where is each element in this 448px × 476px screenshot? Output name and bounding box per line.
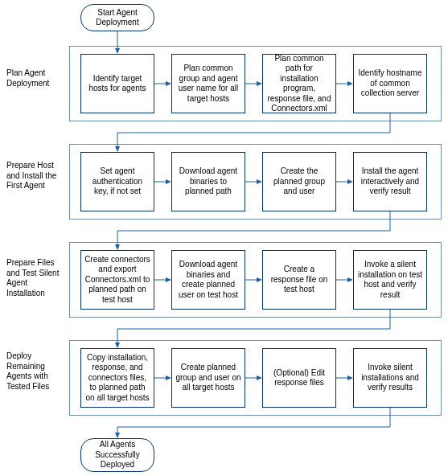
step-4-3: (Optional) Edit response files — [262, 348, 336, 408]
step-3-4: Invoke a silent installation on test hos… — [353, 250, 427, 310]
step-2-4: Install the agent interactively and veri… — [353, 152, 427, 211]
step-1-1: Identify target hosts for agents — [80, 54, 154, 113]
flowchart-diagram: Start Agent Deployment Plan Agent Deploy… — [6, 4, 442, 472]
start-label: Start Agent Deployment — [89, 8, 146, 28]
phase-label-3: Prepare Files and Test Silent Agent Inst… — [6, 258, 63, 298]
step-3-3: Create a response file on test host — [262, 250, 336, 310]
end-label: All Agents Successfully Deployed — [89, 440, 146, 470]
step-1-4: Identify hostname of common collection s… — [353, 54, 427, 113]
step-4-1: Copy installation, response, and connect… — [80, 348, 154, 408]
step-4-4: Invoke silent installations and verify r… — [353, 348, 427, 408]
step-1-2: Plan common group and agent user name fo… — [171, 54, 245, 113]
end-terminator: All Agents Successfully Deployed — [80, 438, 154, 472]
phase-label-1: Plan Agent Deployment — [6, 68, 63, 88]
step-2-1: Set agent authentication key, if not set — [80, 152, 154, 211]
phase-label-4: Deploy Remaining Agents with Tested File… — [6, 351, 63, 392]
step-2-3: Create the planned group and user — [262, 152, 336, 211]
step-2-2: Download agent binaries to planned path — [171, 152, 245, 211]
step-3-1: Create connectors and export Connectors.… — [80, 250, 154, 310]
step-3-2: Download agent binaries and create plann… — [171, 250, 245, 310]
step-4-2: Create planned group and user on all tar… — [171, 348, 245, 408]
start-terminator: Start Agent Deployment — [80, 4, 154, 31]
phase-label-2: Prepare Host and Install the First Agent — [6, 161, 63, 191]
step-1-3: Plan common path for installation progra… — [262, 54, 336, 113]
